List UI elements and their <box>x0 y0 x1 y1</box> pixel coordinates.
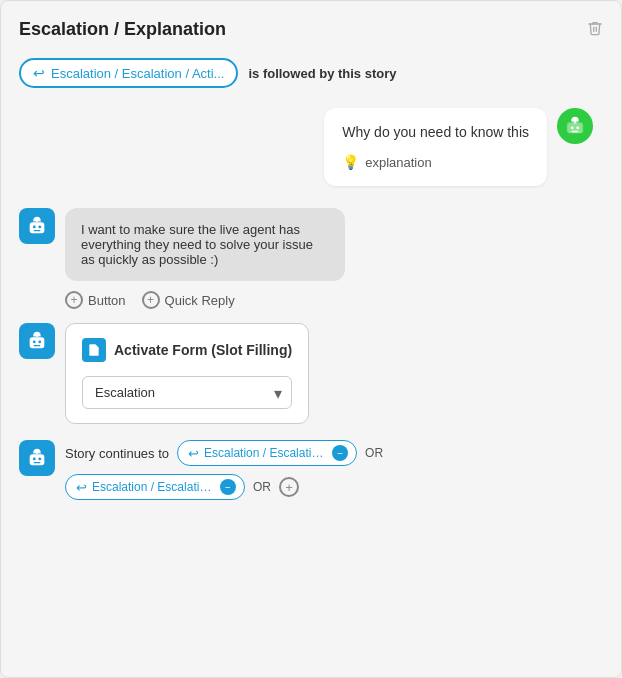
form-card-header: Activate Form (Slot Filling) <box>82 338 292 362</box>
delete-icon[interactable] <box>587 20 603 40</box>
svg-point-7 <box>574 118 576 120</box>
bot-avatar-2 <box>19 323 55 359</box>
svg-point-10 <box>38 226 41 229</box>
story-continues-section: Story continues to ↩ Escalation / Escala… <box>19 440 603 500</box>
svg-rect-8 <box>30 222 45 233</box>
chat-area: Why do you need to know this 💡 explanati… <box>19 108 603 192</box>
story-arrow-icon-2: ↩ <box>76 480 87 495</box>
or-text-1: OR <box>365 446 383 460</box>
story-lines: Story continues to ↩ Escalation / Escala… <box>65 440 383 500</box>
story-pill-2[interactable]: ↩ Escalation / Escalation / Can... − <box>65 474 245 500</box>
svg-point-15 <box>33 341 36 344</box>
form-dropdown[interactable]: Escalation <box>82 376 292 409</box>
user-bubble-text: Why do you need to know this <box>342 124 529 140</box>
svg-point-13 <box>36 219 38 221</box>
bot-avatar-3 <box>19 440 55 476</box>
main-panel: Escalation / Explanation ↩ Escalation / … <box>0 0 622 678</box>
trigger-pill[interactable]: ↩ Escalation / Escalation / Acti... <box>19 58 238 88</box>
bot-avatar-1 <box>19 208 55 244</box>
plus-circle-icon-2: + <box>142 291 160 309</box>
trigger-pill-label: Escalation / Escalation / Acti... <box>51 66 224 81</box>
plus-circle-icon: + <box>65 291 83 309</box>
add-button-btn[interactable]: + Button <box>65 291 126 309</box>
or-text-2: OR <box>253 480 271 494</box>
svg-point-19 <box>36 334 38 336</box>
quick-reply-label: Quick Reply <box>165 293 235 308</box>
story-pill-2-label: Escalation / Escalation / Can... <box>92 480 215 494</box>
bot-message-row: I want to make sure the live agent has e… <box>19 208 603 281</box>
intent-tag: 💡 explanation <box>342 154 529 170</box>
form-card-title: Activate Form (Slot Filling) <box>114 342 292 358</box>
form-card-row: Activate Form (Slot Filling) Escalation … <box>19 323 603 424</box>
bot-message-text: I want to make sure the live agent has e… <box>81 222 313 267</box>
button-label: Button <box>88 293 126 308</box>
bot-bubble: I want to make sure the live agent has e… <box>65 208 345 281</box>
svg-point-24 <box>38 458 41 461</box>
green-bot-avatar <box>557 108 593 144</box>
svg-point-3 <box>571 126 574 129</box>
page-title: Escalation / Explanation <box>19 19 226 40</box>
add-quick-reply-btn[interactable]: + Quick Reply <box>142 291 235 309</box>
form-card: Activate Form (Slot Filling) Escalation … <box>65 323 309 424</box>
dropdown-wrapper: Escalation ▾ <box>82 376 292 409</box>
svg-point-4 <box>576 126 579 129</box>
user-bubble-wrapper: Why do you need to know this 💡 explanati… <box>324 108 593 186</box>
story-continues-label: Story continues to <box>65 446 169 461</box>
story-pill-1[interactable]: ↩ Escalation / Escalation / Sub... − <box>177 440 357 466</box>
followed-by-text: is followed by this story <box>248 66 396 81</box>
form-card-icon <box>82 338 106 362</box>
add-story-btn[interactable]: + <box>279 477 299 497</box>
svg-rect-14 <box>30 337 45 348</box>
svg-rect-22 <box>30 454 45 465</box>
lightbulb-icon: 💡 <box>342 154 359 170</box>
bot-actions: + Button + Quick Reply <box>65 291 603 309</box>
svg-point-16 <box>38 341 41 344</box>
intent-label: explanation <box>365 155 432 170</box>
svg-point-23 <box>33 458 36 461</box>
svg-point-9 <box>33 226 36 229</box>
trigger-arrow-icon: ↩ <box>33 65 45 81</box>
story-pill-1-label: Escalation / Escalation / Sub... <box>204 446 327 460</box>
story-line-1: Story continues to ↩ Escalation / Escala… <box>65 440 383 466</box>
story-pill-2-remove[interactable]: − <box>220 479 236 495</box>
trigger-row: ↩ Escalation / Escalation / Acti... is f… <box>19 58 603 88</box>
svg-point-27 <box>36 451 38 453</box>
panel-header: Escalation / Explanation <box>19 19 603 40</box>
story-arrow-icon-1: ↩ <box>188 446 199 461</box>
story-pill-1-remove[interactable]: − <box>332 445 348 461</box>
story-line-2: ↩ Escalation / Escalation / Can... − OR … <box>65 474 383 500</box>
user-bubble: Why do you need to know this 💡 explanati… <box>324 108 547 186</box>
